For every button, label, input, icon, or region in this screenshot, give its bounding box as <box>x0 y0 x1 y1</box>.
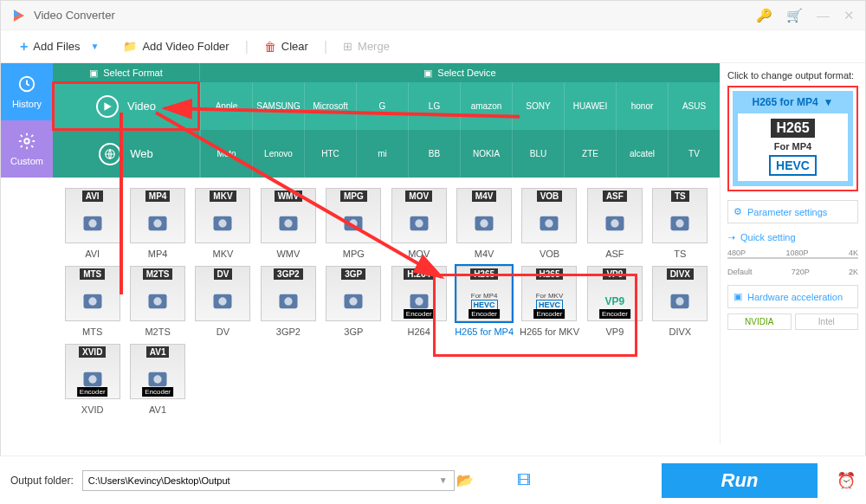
brand-asus[interactable]: ASUS <box>668 82 720 130</box>
format-vp9[interactable]: VP9VP9EncoderVP9 <box>584 266 645 337</box>
svg-point-15 <box>350 219 358 227</box>
intel-chip[interactable]: Intel <box>795 313 859 330</box>
brand-g[interactable]: G <box>356 82 408 130</box>
run-button[interactable]: Run <box>662 463 818 498</box>
svg-point-37 <box>415 297 423 305</box>
caret-icon[interactable]: ▼ <box>91 42 100 51</box>
device-header-icon: ▣ <box>423 68 432 79</box>
brand-htc[interactable]: HTC <box>304 130 356 178</box>
alarm-icon[interactable]: ⏰ <box>837 471 856 490</box>
format-av1[interactable]: AV1EncoderAV1 <box>126 344 188 415</box>
brand-lenovo[interactable]: Lenovo <box>252 130 304 178</box>
format-avi[interactable]: AVIAVI <box>61 188 123 259</box>
chip-icon: ▣ <box>734 291 742 302</box>
add-files-button[interactable]: +Add Files▼ <box>11 36 107 58</box>
format-ts[interactable]: TSTS <box>650 188 711 259</box>
trash-icon: 🗑 <box>264 40 276 54</box>
category-video[interactable]: Video <box>53 82 200 130</box>
brand-samsung[interactable]: SAMSUNG <box>252 82 304 130</box>
format-mpg[interactable]: MPGMPG <box>323 188 385 259</box>
dropdown-icon[interactable]: ▼ <box>439 475 448 485</box>
history-icon <box>17 74 36 95</box>
format-3gp2[interactable]: 3GP23GP2 <box>257 266 319 337</box>
custom-tab[interactable]: Custom <box>1 120 53 178</box>
open-folder-icon[interactable]: 📂 <box>456 472 474 488</box>
svg-point-41 <box>88 375 96 383</box>
key-icon[interactable]: 🔑 <box>756 8 772 23</box>
format-h265-for-mp4[interactable]: H265For MP4HEVCEncoderH265 for MP4 <box>453 266 514 337</box>
brand-huawei[interactable]: HUAWEI <box>564 82 616 130</box>
format-xvid[interactable]: XVIDEncoderXVID <box>61 344 123 415</box>
svg-point-23 <box>611 219 618 227</box>
left-sidebar: History Custom <box>1 63 53 444</box>
format-3gp[interactable]: 3GP3GP <box>323 266 385 337</box>
format-mkv[interactable]: MKVMKV <box>192 188 254 259</box>
merge-button[interactable]: ⊞Merge <box>334 36 398 56</box>
svg-point-11 <box>219 219 227 227</box>
film-icon[interactable]: 🎞 <box>517 473 531 488</box>
format-header-icon: ▣ <box>89 68 98 79</box>
output-folder-input[interactable] <box>82 470 455 491</box>
format-m2ts[interactable]: M2TSM2TS <box>126 266 188 337</box>
history-tab[interactable]: History <box>1 63 53 120</box>
brand-microsoft[interactable]: Microsoft <box>304 82 356 130</box>
close-icon[interactable]: ✕ <box>843 8 855 23</box>
output-preview[interactable]: H265 for MP4▼ H265 For MP4 HEVC <box>727 86 858 191</box>
brand-amazon[interactable]: amazon <box>460 82 512 130</box>
brand-blu[interactable]: BLU <box>512 130 564 178</box>
minimize-icon[interactable]: — <box>817 8 830 23</box>
cart-icon[interactable]: 🛒 <box>786 8 803 23</box>
bottom-bar: Output folder: ▼ 📂 🎞 Run ⏰ <box>0 456 866 504</box>
brand-sony[interactable]: SONY <box>512 82 564 130</box>
brand-bb[interactable]: BB <box>408 130 460 178</box>
format-m4v[interactable]: M4VM4V <box>453 188 514 259</box>
right-panel: Click to change output format: H265 for … <box>720 63 865 444</box>
svg-marker-4 <box>104 102 111 111</box>
window-title: Video Converter <box>34 9 756 22</box>
svg-point-21 <box>546 219 553 227</box>
plus-icon: + <box>20 39 28 55</box>
format-h264[interactable]: H.264EncoderH264 <box>388 266 449 337</box>
brand-alcatel[interactable]: alcatel <box>616 130 668 178</box>
parameter-settings-button[interactable]: ⚙Parameter settings <box>727 200 858 223</box>
formats-grid: AVIAVIMP4MP4MKVMKVWMVWMVMPGMPGMOVMOVM4VM… <box>53 178 720 425</box>
globe-icon <box>99 143 121 165</box>
format-h265-for-mkv[interactable]: H265For MKVHEVCEncoderH265 for MKV <box>519 266 580 337</box>
brand-zte[interactable]: ZTE <box>564 130 616 178</box>
add-folder-button[interactable]: 📁Add Video Folder <box>114 36 237 56</box>
nvidia-chip[interactable]: NVIDIA <box>727 313 792 330</box>
format-divx[interactable]: DIVXDIVX <box>650 266 711 337</box>
brand-tv[interactable]: TV <box>668 130 720 178</box>
folder-icon: 📁 <box>123 40 137 53</box>
svg-point-27 <box>88 297 96 305</box>
clear-button[interactable]: 🗑Clear <box>255 36 317 57</box>
toolbar: +Add Files▼ 📁Add Video Folder | 🗑Clear |… <box>1 30 865 63</box>
svg-point-3 <box>24 139 29 144</box>
brand-apple[interactable]: Apple <box>200 82 252 130</box>
brand-mi[interactable]: mi <box>356 130 408 178</box>
format-mp4[interactable]: MP4MP4 <box>126 188 188 259</box>
hardware-accel-button[interactable]: ▣Hardware acceleration <box>727 285 858 308</box>
svg-point-35 <box>350 297 358 305</box>
caret-icon: ▼ <box>824 96 834 108</box>
format-dv[interactable]: DVDV <box>192 266 254 337</box>
brand-lg[interactable]: LG <box>408 82 460 130</box>
output-folder-label: Output folder: <box>10 475 74 487</box>
titlebar: Video Converter 🔑 🛒 — ✕ <box>1 1 865 30</box>
format-asf[interactable]: ASFASF <box>584 188 645 259</box>
format-wmv[interactable]: WMVWMV <box>257 188 319 259</box>
svg-point-43 <box>153 375 161 383</box>
format-mov[interactable]: MOVMOV <box>388 188 449 259</box>
quality-slider[interactable]: 480P1080P4K <box>727 249 858 268</box>
select-header: ▣Select Format ▣Select Device <box>53 63 720 82</box>
svg-point-33 <box>284 297 292 305</box>
format-vob[interactable]: VOBVOB <box>519 188 580 259</box>
svg-point-17 <box>415 219 423 227</box>
svg-point-31 <box>219 297 227 305</box>
brand-honor[interactable]: honor <box>616 82 668 130</box>
brand-moto[interactable]: Moto <box>200 130 252 178</box>
category-web[interactable]: Web <box>53 130 200 178</box>
app-logo-icon <box>11 8 27 23</box>
format-mts[interactable]: MTSMTS <box>61 266 123 337</box>
brand-nokia[interactable]: NOKIA <box>460 130 512 178</box>
